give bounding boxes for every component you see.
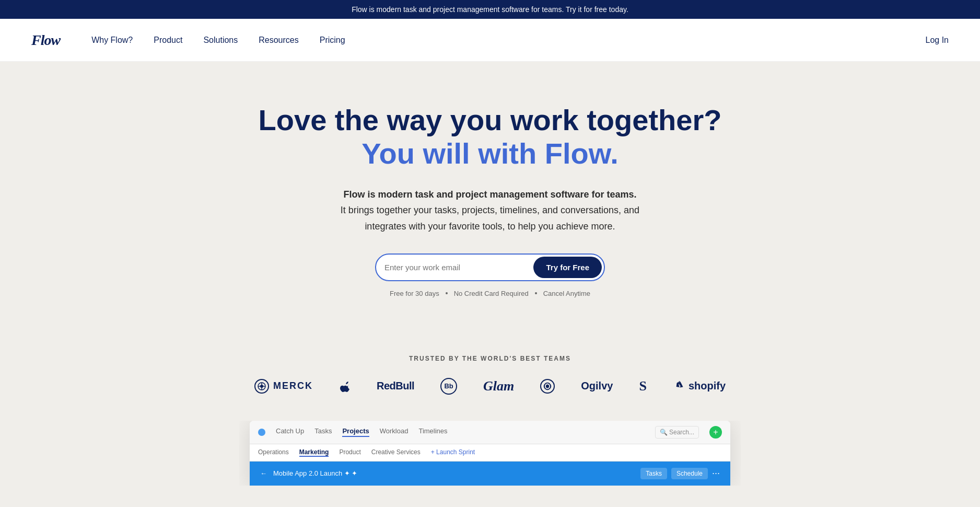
brand-scribd: S — [639, 378, 646, 394]
subtext-item2: No Credit Card Required — [454, 290, 529, 297]
try-for-free-button[interactable]: Try for Free — [533, 257, 602, 278]
trusted-section: TRUSTED BY THE WORLD'S BEST TEAMS MERCK — [0, 329, 980, 410]
nav-link-why-flow[interactable]: Why Flow? — [91, 36, 133, 45]
nav-link-resources[interactable]: Resources — [259, 36, 298, 45]
app-schedule-button[interactable]: Schedule — [671, 468, 708, 479]
app-back-arrow[interactable]: ← — [260, 469, 267, 477]
logos-row: MERCK RedBull Bb Glam Ogilvy — [10, 378, 970, 395]
brand-carhartt — [540, 379, 555, 394]
navbar: Flow Why Flow? Product Solutions Resourc… — [0, 19, 980, 62]
brand-redbull: RedBull — [377, 380, 414, 392]
shopify-text: shopify — [689, 380, 726, 392]
merck-text: MERCK — [273, 381, 313, 391]
merck-icon — [254, 379, 269, 394]
form-subtext: Free for 30 days No Credit Card Required… — [10, 290, 970, 297]
app-bottom-bar: ← Mobile App 2.0 Launch ✦ ✦ Tasks Schedu… — [250, 462, 730, 486]
banner-text: Flow is modern task and project manageme… — [352, 5, 628, 14]
hero-title-line2: You will with Flow. — [10, 137, 970, 170]
redbull-text: RedBull — [377, 380, 414, 392]
login-button[interactable]: Log In — [926, 36, 949, 45]
glam-text: Glam — [483, 378, 514, 394]
app-tab-tasks[interactable]: Tasks — [314, 427, 332, 437]
scribd-icon: S — [639, 378, 646, 394]
trusted-label: TRUSTED BY THE WORLD'S BEST TEAMS — [10, 355, 970, 362]
subtext-item1: Free for 30 days — [390, 290, 439, 297]
app-search: 🔍 Search... — [655, 426, 699, 439]
app-subtab-creative[interactable]: Creative Services — [371, 448, 421, 457]
brand-shopify: shopify — [673, 380, 726, 392]
app-subtab-operations[interactable]: Operations — [258, 448, 289, 457]
app-project-name: Mobile App 2.0 Launch ✦ ✦ — [273, 469, 640, 477]
app-sub-tabs: Operations Marketing Product Creative Se… — [250, 444, 730, 462]
dot-separator-2 — [535, 292, 537, 294]
brand-behance: Bb — [440, 378, 457, 395]
app-tab-projects[interactable]: Projects — [342, 427, 369, 437]
app-tabs: Catch Up Tasks Projects Workload Timelin… — [276, 427, 448, 437]
carhartt-icon — [543, 382, 552, 391]
app-tasks-button[interactable]: Tasks — [640, 468, 667, 479]
app-subtab-product[interactable]: Product — [339, 448, 360, 457]
app-tab-timelines[interactable]: Timelines — [418, 427, 447, 437]
apple-icon — [339, 381, 351, 392]
hero-desc-bold: Flow is modern task and project manageme… — [343, 189, 636, 200]
hero-description: Flow is modern task and project manageme… — [328, 187, 652, 235]
email-input[interactable] — [384, 258, 533, 277]
subtext-item3: Cancel Anytime — [543, 290, 590, 297]
app-window: Catch Up Tasks Projects Workload Timelin… — [250, 421, 730, 486]
hero-desc-normal: It brings together your tasks, projects,… — [341, 205, 639, 232]
nav-link-pricing[interactable]: Pricing — [320, 36, 345, 45]
nav-link-product[interactable]: Product — [154, 36, 182, 45]
hero-title-line1: Love the way you work together? — [10, 103, 970, 137]
shopify-bag-icon — [673, 381, 684, 392]
app-tab-workload[interactable]: Workload — [380, 427, 409, 437]
hero-section: Love the way you work together? You will… — [0, 62, 980, 329]
brand-merck: MERCK — [254, 379, 313, 394]
top-banner: Flow is modern task and project manageme… — [0, 0, 980, 19]
app-subtab-more[interactable]: + Launch Sprint — [431, 448, 475, 457]
logo[interactable]: Flow — [31, 32, 60, 49]
brand-glam: Glam — [483, 378, 514, 394]
app-tab-catchup[interactable]: Catch Up — [276, 427, 304, 437]
ogilvy-text: Ogilvy — [581, 380, 613, 392]
app-more-button[interactable]: ··· — [712, 468, 720, 479]
app-back-button[interactable] — [258, 429, 265, 436]
dot-separator-1 — [446, 292, 448, 294]
app-subtab-marketing[interactable]: Marketing — [299, 448, 329, 457]
add-button[interactable]: + — [709, 426, 722, 439]
nav-links: Why Flow? Product Solutions Resources Pr… — [91, 36, 925, 45]
email-form: Try for Free — [375, 254, 605, 281]
nav-link-solutions[interactable]: Solutions — [203, 36, 238, 45]
svg-point-1 — [260, 385, 263, 388]
behance-icon: Bb — [440, 378, 457, 395]
app-action-buttons: Tasks Schedule ··· — [640, 468, 720, 479]
app-search-box[interactable]: 🔍 Search... — [655, 426, 699, 439]
brand-apple — [339, 381, 351, 392]
app-preview-section: Catch Up Tasks Projects Workload Timelin… — [239, 421, 741, 486]
brand-ogilvy: Ogilvy — [581, 380, 613, 392]
app-topbar: Catch Up Tasks Projects Workload Timelin… — [250, 421, 730, 444]
